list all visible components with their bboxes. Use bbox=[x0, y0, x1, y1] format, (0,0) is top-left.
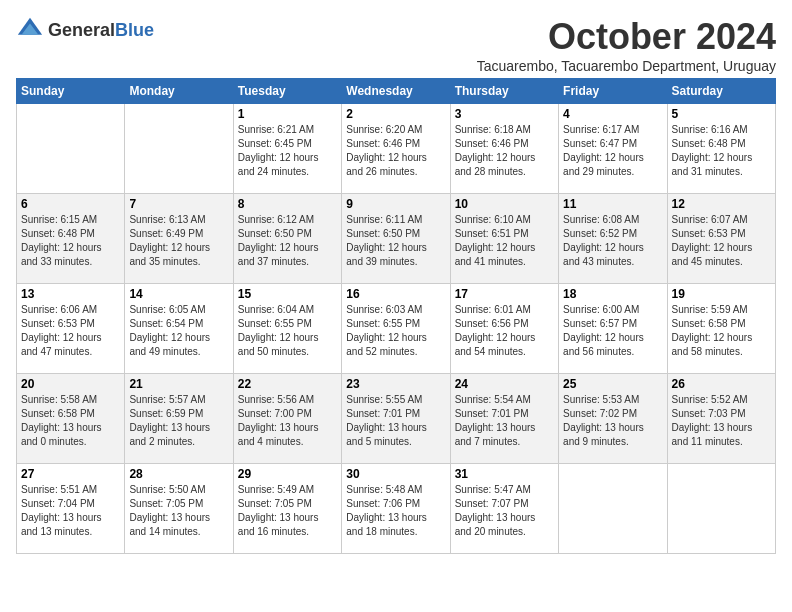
day-info: Sunrise: 5:49 AM Sunset: 7:05 PM Dayligh… bbox=[238, 483, 337, 539]
calendar-cell: 14Sunrise: 6:05 AM Sunset: 6:54 PM Dayli… bbox=[125, 284, 233, 374]
day-info: Sunrise: 6:07 AM Sunset: 6:53 PM Dayligh… bbox=[672, 213, 771, 269]
day-info: Sunrise: 6:05 AM Sunset: 6:54 PM Dayligh… bbox=[129, 303, 228, 359]
day-info: Sunrise: 6:16 AM Sunset: 6:48 PM Dayligh… bbox=[672, 123, 771, 179]
calendar-cell bbox=[667, 464, 775, 554]
day-info: Sunrise: 5:47 AM Sunset: 7:07 PM Dayligh… bbox=[455, 483, 554, 539]
calendar-cell: 16Sunrise: 6:03 AM Sunset: 6:55 PM Dayli… bbox=[342, 284, 450, 374]
calendar-cell: 25Sunrise: 5:53 AM Sunset: 7:02 PM Dayli… bbox=[559, 374, 667, 464]
day-number: 19 bbox=[672, 287, 771, 301]
day-info: Sunrise: 5:57 AM Sunset: 6:59 PM Dayligh… bbox=[129, 393, 228, 449]
day-number: 28 bbox=[129, 467, 228, 481]
day-info: Sunrise: 6:17 AM Sunset: 6:47 PM Dayligh… bbox=[563, 123, 662, 179]
day-info: Sunrise: 5:58 AM Sunset: 6:58 PM Dayligh… bbox=[21, 393, 120, 449]
calendar-cell: 28Sunrise: 5:50 AM Sunset: 7:05 PM Dayli… bbox=[125, 464, 233, 554]
day-number: 15 bbox=[238, 287, 337, 301]
day-header-saturday: Saturday bbox=[667, 79, 775, 104]
day-number: 3 bbox=[455, 107, 554, 121]
day-number: 8 bbox=[238, 197, 337, 211]
day-number: 31 bbox=[455, 467, 554, 481]
day-number: 26 bbox=[672, 377, 771, 391]
day-info: Sunrise: 5:56 AM Sunset: 7:00 PM Dayligh… bbox=[238, 393, 337, 449]
day-number: 13 bbox=[21, 287, 120, 301]
calendar-cell: 1Sunrise: 6:21 AM Sunset: 6:45 PM Daylig… bbox=[233, 104, 341, 194]
month-title: October 2024 bbox=[477, 16, 776, 58]
day-info: Sunrise: 6:04 AM Sunset: 6:55 PM Dayligh… bbox=[238, 303, 337, 359]
day-number: 10 bbox=[455, 197, 554, 211]
day-number: 16 bbox=[346, 287, 445, 301]
day-number: 25 bbox=[563, 377, 662, 391]
calendar-cell bbox=[17, 104, 125, 194]
day-info: Sunrise: 5:48 AM Sunset: 7:06 PM Dayligh… bbox=[346, 483, 445, 539]
day-info: Sunrise: 6:00 AM Sunset: 6:57 PM Dayligh… bbox=[563, 303, 662, 359]
day-info: Sunrise: 5:59 AM Sunset: 6:58 PM Dayligh… bbox=[672, 303, 771, 359]
day-number: 27 bbox=[21, 467, 120, 481]
day-info: Sunrise: 6:06 AM Sunset: 6:53 PM Dayligh… bbox=[21, 303, 120, 359]
day-number: 5 bbox=[672, 107, 771, 121]
page-header: GeneralBlue October 2024 Tacuarembo, Tac… bbox=[16, 16, 776, 74]
day-number: 9 bbox=[346, 197, 445, 211]
day-number: 23 bbox=[346, 377, 445, 391]
title-block: October 2024 Tacuarembo, Tacuarembo Depa… bbox=[477, 16, 776, 74]
calendar-cell bbox=[125, 104, 233, 194]
calendar-cell: 20Sunrise: 5:58 AM Sunset: 6:58 PM Dayli… bbox=[17, 374, 125, 464]
calendar-week-4: 20Sunrise: 5:58 AM Sunset: 6:58 PM Dayli… bbox=[17, 374, 776, 464]
calendar-week-2: 6Sunrise: 6:15 AM Sunset: 6:48 PM Daylig… bbox=[17, 194, 776, 284]
calendar-cell: 30Sunrise: 5:48 AM Sunset: 7:06 PM Dayli… bbox=[342, 464, 450, 554]
logo-text-general: General bbox=[48, 20, 115, 40]
calendar-cell: 2Sunrise: 6:20 AM Sunset: 6:46 PM Daylig… bbox=[342, 104, 450, 194]
calendar-cell: 13Sunrise: 6:06 AM Sunset: 6:53 PM Dayli… bbox=[17, 284, 125, 374]
logo-text-blue: Blue bbox=[115, 20, 154, 40]
calendar-cell: 27Sunrise: 5:51 AM Sunset: 7:04 PM Dayli… bbox=[17, 464, 125, 554]
calendar-cell: 4Sunrise: 6:17 AM Sunset: 6:47 PM Daylig… bbox=[559, 104, 667, 194]
day-info: Sunrise: 6:13 AM Sunset: 6:49 PM Dayligh… bbox=[129, 213, 228, 269]
calendar-cell: 9Sunrise: 6:11 AM Sunset: 6:50 PM Daylig… bbox=[342, 194, 450, 284]
calendar-cell: 6Sunrise: 6:15 AM Sunset: 6:48 PM Daylig… bbox=[17, 194, 125, 284]
day-number: 24 bbox=[455, 377, 554, 391]
calendar-week-1: 1Sunrise: 6:21 AM Sunset: 6:45 PM Daylig… bbox=[17, 104, 776, 194]
day-number: 22 bbox=[238, 377, 337, 391]
day-number: 12 bbox=[672, 197, 771, 211]
calendar-cell: 8Sunrise: 6:12 AM Sunset: 6:50 PM Daylig… bbox=[233, 194, 341, 284]
day-header-thursday: Thursday bbox=[450, 79, 558, 104]
logo-icon bbox=[16, 16, 44, 44]
calendar-table: SundayMondayTuesdayWednesdayThursdayFrid… bbox=[16, 78, 776, 554]
calendar-cell: 29Sunrise: 5:49 AM Sunset: 7:05 PM Dayli… bbox=[233, 464, 341, 554]
logo: GeneralBlue bbox=[16, 16, 154, 44]
day-info: Sunrise: 5:50 AM Sunset: 7:05 PM Dayligh… bbox=[129, 483, 228, 539]
day-info: Sunrise: 6:10 AM Sunset: 6:51 PM Dayligh… bbox=[455, 213, 554, 269]
calendar-week-3: 13Sunrise: 6:06 AM Sunset: 6:53 PM Dayli… bbox=[17, 284, 776, 374]
day-info: Sunrise: 6:11 AM Sunset: 6:50 PM Dayligh… bbox=[346, 213, 445, 269]
calendar-header-row: SundayMondayTuesdayWednesdayThursdayFrid… bbox=[17, 79, 776, 104]
calendar-cell: 10Sunrise: 6:10 AM Sunset: 6:51 PM Dayli… bbox=[450, 194, 558, 284]
day-info: Sunrise: 6:15 AM Sunset: 6:48 PM Dayligh… bbox=[21, 213, 120, 269]
day-info: Sunrise: 6:03 AM Sunset: 6:55 PM Dayligh… bbox=[346, 303, 445, 359]
calendar-cell: 21Sunrise: 5:57 AM Sunset: 6:59 PM Dayli… bbox=[125, 374, 233, 464]
day-number: 17 bbox=[455, 287, 554, 301]
calendar-cell: 19Sunrise: 5:59 AM Sunset: 6:58 PM Dayli… bbox=[667, 284, 775, 374]
calendar-cell: 17Sunrise: 6:01 AM Sunset: 6:56 PM Dayli… bbox=[450, 284, 558, 374]
calendar-cell: 15Sunrise: 6:04 AM Sunset: 6:55 PM Dayli… bbox=[233, 284, 341, 374]
day-info: Sunrise: 6:12 AM Sunset: 6:50 PM Dayligh… bbox=[238, 213, 337, 269]
day-info: Sunrise: 6:08 AM Sunset: 6:52 PM Dayligh… bbox=[563, 213, 662, 269]
calendar-cell: 31Sunrise: 5:47 AM Sunset: 7:07 PM Dayli… bbox=[450, 464, 558, 554]
day-header-monday: Monday bbox=[125, 79, 233, 104]
day-info: Sunrise: 6:21 AM Sunset: 6:45 PM Dayligh… bbox=[238, 123, 337, 179]
day-info: Sunrise: 5:53 AM Sunset: 7:02 PM Dayligh… bbox=[563, 393, 662, 449]
calendar-cell: 5Sunrise: 6:16 AM Sunset: 6:48 PM Daylig… bbox=[667, 104, 775, 194]
day-number: 18 bbox=[563, 287, 662, 301]
day-info: Sunrise: 5:52 AM Sunset: 7:03 PM Dayligh… bbox=[672, 393, 771, 449]
day-info: Sunrise: 6:20 AM Sunset: 6:46 PM Dayligh… bbox=[346, 123, 445, 179]
calendar-cell: 24Sunrise: 5:54 AM Sunset: 7:01 PM Dayli… bbox=[450, 374, 558, 464]
day-number: 4 bbox=[563, 107, 662, 121]
calendar-cell: 26Sunrise: 5:52 AM Sunset: 7:03 PM Dayli… bbox=[667, 374, 775, 464]
day-header-tuesday: Tuesday bbox=[233, 79, 341, 104]
subtitle: Tacuarembo, Tacuarembo Department, Urugu… bbox=[477, 58, 776, 74]
day-number: 21 bbox=[129, 377, 228, 391]
day-header-sunday: Sunday bbox=[17, 79, 125, 104]
calendar-cell bbox=[559, 464, 667, 554]
day-header-friday: Friday bbox=[559, 79, 667, 104]
day-number: 20 bbox=[21, 377, 120, 391]
calendar-cell: 22Sunrise: 5:56 AM Sunset: 7:00 PM Dayli… bbox=[233, 374, 341, 464]
day-info: Sunrise: 5:55 AM Sunset: 7:01 PM Dayligh… bbox=[346, 393, 445, 449]
day-number: 2 bbox=[346, 107, 445, 121]
